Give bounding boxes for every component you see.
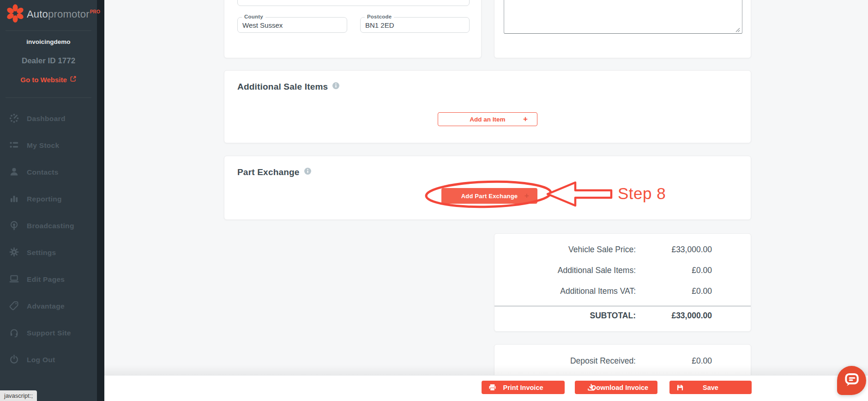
address-input[interactable] [242, 0, 464, 6]
sidebar-item-label: Settings [27, 249, 56, 257]
account-name: invoicingdemo [0, 38, 97, 45]
totals-row: Additional Sale Items: £0.00 [494, 266, 751, 278]
sidebar-item-label: Contacts [27, 168, 59, 176]
section-title: Additional Sale Items [237, 82, 328, 92]
add-an-item-label: Add an Item [470, 116, 505, 123]
sidebar-item-label: Reporting [27, 195, 62, 203]
totals-row-label: Vehicle Sale Price: [494, 245, 636, 257]
postcode-input[interactable] [365, 18, 464, 32]
sidebar-item-label: My Stock [27, 141, 59, 150]
download-invoice-label: Download Invoice [575, 381, 657, 394]
deposit-label: Deposit Received: [494, 356, 636, 368]
add-part-exchange-label: Add Part Exchange [461, 193, 518, 200]
sidebar-item-label: Advantage [27, 302, 65, 310]
totals-row-label: Additional Sale Items: [494, 266, 636, 278]
totals-card: Vehicle Sale Price: £33,000.00 Additiona… [494, 233, 751, 332]
chat-widget-button[interactable] [837, 366, 866, 395]
go-to-website-label: Go to Website [20, 76, 67, 84]
power-icon [9, 354, 19, 366]
additional-sale-items-card: Additional Sale Items Add an Item + [224, 70, 751, 143]
sidebar-item-label: Edit Pages [27, 275, 65, 284]
print-invoice-button[interactable]: Print Invoice [482, 381, 565, 394]
sidebar-item-label: Log Out [27, 356, 55, 364]
address-field-partial[interactable] [237, 0, 470, 6]
dealer-id: Dealer ID 1772 [0, 56, 97, 66]
print-invoice-label: Print Invoice [482, 381, 565, 394]
subtotal-row: SUBTOTAL: £33,000.00 [494, 311, 751, 323]
address-card: County Postcode [224, 0, 482, 58]
settings-icon [9, 247, 19, 259]
totals-row: Vehicle Sale Price: £33,000.00 [494, 245, 751, 257]
subtotal-value: £33,000.00 [636, 311, 712, 323]
totals-row-value: £0.00 [636, 286, 712, 298]
section-title: Part Exchange [237, 167, 300, 177]
info-icon[interactable] [304, 167, 312, 177]
notes-card [494, 0, 751, 58]
county-input[interactable] [242, 18, 342, 32]
contacts-icon [9, 167, 19, 178]
step8-annotation-label: Step 8 [618, 184, 666, 203]
sidebar-item-support-site[interactable]: Support Site [0, 320, 97, 346]
sidebar-item-reporting[interactable]: Reporting [0, 186, 97, 213]
brand-logo[interactable]: AutopromotorPRO [5, 3, 96, 25]
stock-list-icon [9, 140, 19, 152]
sidebar-nav: Dashboard My Stock Conta [0, 105, 97, 373]
county-field[interactable]: County [237, 17, 347, 33]
sidebar-item-label: Broadcasting [27, 222, 74, 230]
deposit-row: Deposit Received: £0.00 [494, 356, 751, 368]
sidebar-item-advantage[interactable]: Advantage [0, 293, 97, 320]
notes-textarea[interactable] [504, 0, 742, 34]
reporting-icon [9, 194, 19, 205]
sidebar-item-label: Support Site [27, 329, 71, 337]
postcode-field[interactable]: Postcode [360, 17, 470, 33]
sidebar-divider [6, 30, 91, 31]
go-to-website-link[interactable]: Go to Website [0, 75, 97, 84]
info-icon[interactable] [332, 82, 340, 92]
download-invoice-button[interactable]: Download Invoice [575, 381, 657, 394]
app-root: AutopromotorPRO invoicingdemo Dealer ID … [0, 0, 868, 401]
save-label: Save [669, 381, 752, 394]
totals-row-value: £0.00 [636, 266, 712, 278]
additional-sale-items-heading: Additional Sale Items [237, 82, 340, 92]
totals-row-label: Additional Items VAT: [494, 286, 636, 298]
add-part-exchange-button[interactable]: Add Part Exchange + [441, 188, 537, 204]
sidebar-item-edit-pages[interactable]: Edit Pages [0, 266, 97, 293]
headset-icon [9, 328, 19, 339]
totals-divider [494, 306, 751, 306]
totals-row-value: £33,000.00 [636, 245, 712, 257]
plus-icon: + [524, 191, 529, 200]
sidebar-item-broadcasting[interactable]: Broadcasting [0, 213, 97, 239]
sidebar-item-settings[interactable]: Settings [0, 239, 97, 266]
totals-row: Additional Items VAT: £0.00 [494, 286, 751, 298]
main-content: County Postcode Additional Sale Items [104, 0, 868, 401]
sidebar-item-dashboard[interactable]: Dashboard [0, 105, 97, 132]
part-exchange-heading: Part Exchange [237, 167, 312, 177]
save-button[interactable]: Save [669, 381, 752, 394]
link-status-tooltip: javascript:; [0, 390, 37, 401]
dashboard-icon [9, 113, 19, 125]
sidebar-item-log-out[interactable]: Log Out [0, 346, 97, 373]
sidebar-item-my-stock[interactable]: My Stock [0, 132, 97, 159]
brand-name: AutopromotorPRO [27, 8, 100, 20]
flower-logo-icon [5, 3, 25, 25]
edit-pages-icon [9, 274, 19, 286]
add-an-item-button[interactable]: Add an Item + [438, 112, 537, 126]
chat-bubble-icon [843, 371, 861, 390]
subtotal-label: SUBTOTAL: [494, 311, 636, 323]
part-exchange-card: Part Exchange Add Part Exchange + [224, 156, 751, 220]
sidebar-item-label: Dashboard [27, 115, 66, 123]
broadcasting-icon [9, 220, 19, 232]
sidebar: AutopromotorPRO invoicingdemo Dealer ID … [0, 0, 104, 401]
sidebar-item-contacts[interactable]: Contacts [0, 159, 97, 186]
footer-action-bar: Print Invoice Download Invoice [104, 375, 868, 401]
sidebar-divider [6, 97, 91, 98]
deposit-value: £0.00 [636, 356, 712, 368]
external-link-icon [70, 75, 77, 84]
plus-icon: + [523, 115, 528, 124]
sidebar-edge-strip [97, 0, 104, 401]
advantage-tag-icon [9, 301, 19, 312]
